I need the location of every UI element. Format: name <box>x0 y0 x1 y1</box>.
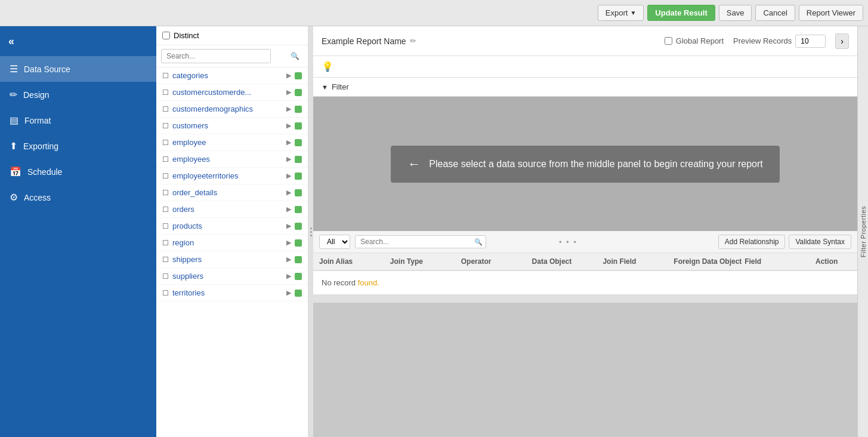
join-col-field: Field <box>745 257 816 266</box>
global-report-checkbox[interactable] <box>665 37 672 45</box>
collapse-sidebar-icon: « <box>8 35 14 48</box>
table-item[interactable]: ☐ customercustomerde... ▶ <box>156 84 308 101</box>
message-text: Please select a data source from the mid… <box>429 159 762 170</box>
resize-handle[interactable] <box>308 26 313 437</box>
schedule-icon: 📅 <box>10 166 21 177</box>
validate-syntax-button[interactable]: Validate Syntax <box>789 235 851 249</box>
table-icon: ☐ <box>162 222 169 230</box>
table-name: territories <box>172 288 283 297</box>
distinct-row: Distinct <box>156 26 308 45</box>
table-status-indicator <box>295 139 302 146</box>
table-item[interactable]: ☐ customers ▶ <box>156 118 308 134</box>
sidebar-item-design[interactable]: ✏ Design <box>0 82 156 107</box>
join-toolbar: All 🔍 • • • Add Relationship Validate Sy… <box>313 231 857 253</box>
table-item[interactable]: ☐ products ▶ <box>156 218 308 235</box>
edit-report-name-icon[interactable]: ✏ <box>410 36 416 45</box>
table-expand-icon: ▶ <box>286 72 291 79</box>
resize-dot-3 <box>310 235 312 236</box>
join-search-input[interactable] <box>355 235 486 248</box>
dots-separator: • • • <box>559 238 577 247</box>
report-name-wrap: Example Report Name ✏ <box>322 36 416 46</box>
sidebar-item-schedule[interactable]: 📅 Schedule <box>0 159 156 184</box>
table-item[interactable]: ☐ region ▶ <box>156 235 308 251</box>
table-icon: ☐ <box>162 256 169 264</box>
table-icon: ☐ <box>162 88 169 97</box>
table-icon: ☐ <box>162 122 169 130</box>
join-table-header: Join Alias Join Type Operator Data Objec… <box>313 253 857 271</box>
table-status-indicator <box>295 173 302 180</box>
bottom-scrollbar[interactable] <box>313 294 857 303</box>
lightbulb-icon: 💡 <box>322 61 333 72</box>
sidebar-item-format[interactable]: ▤ Format <box>0 107 156 133</box>
join-filter-select[interactable]: All <box>319 235 350 249</box>
report-viewer-button[interactable]: Report Viewer <box>799 5 863 21</box>
table-item[interactable]: ☐ employeeterritories ▶ <box>156 168 308 184</box>
sidebar-item-label-schedule: Schedule <box>27 167 62 177</box>
save-button[interactable]: Save <box>719 5 752 21</box>
table-status-indicator <box>295 122 302 130</box>
sidebar-item-label-data-source: Data Source <box>24 64 70 74</box>
table-icon: ☐ <box>162 105 169 113</box>
join-actions: Add Relationship Validate Syntax <box>718 235 851 249</box>
filter-toggle[interactable]: ▼ Filter <box>322 82 849 91</box>
toolbar: Export ▼ Update Result Save Cancel Repor… <box>0 0 868 26</box>
table-icon: ☐ <box>162 72 169 80</box>
table-item[interactable]: ☐ suppliers ▶ <box>156 268 308 285</box>
table-expand-icon: ▶ <box>286 272 291 280</box>
sidebar-item-label-design: Design <box>23 90 50 100</box>
table-item[interactable]: ☐ customerdemographics ▶ <box>156 101 308 118</box>
table-status-indicator <box>295 72 302 79</box>
format-icon: ▤ <box>10 115 18 126</box>
table-expand-icon: ▶ <box>286 88 291 96</box>
table-item[interactable]: ☐ employees ▶ <box>156 151 308 168</box>
table-name: products <box>172 221 283 230</box>
update-result-button[interactable]: Update Result <box>647 5 715 21</box>
table-search-input[interactable] <box>161 49 271 63</box>
arrow-left-icon: ← <box>407 156 421 172</box>
table-item[interactable]: ☐ orders ▶ <box>156 201 308 218</box>
table-name: employeeterritories <box>172 171 283 180</box>
export-button[interactable]: Export ▼ <box>598 5 644 21</box>
preview-records-select[interactable]: 10 25 50 100 <box>795 35 826 48</box>
table-name: shippers <box>172 255 283 264</box>
content-header: Example Report Name ✏ Global Report Prev… <box>313 26 857 56</box>
access-icon: ⚙ <box>10 192 18 203</box>
sidebar-item-data-source[interactable]: ☰ Data Source <box>0 56 156 82</box>
table-item[interactable]: ☐ employee ▶ <box>156 134 308 151</box>
table-expand-icon: ▶ <box>286 222 291 230</box>
global-report-wrap: Global Report <box>665 36 724 45</box>
table-status-indicator <box>295 273 302 280</box>
sidebar-item-label-exporting: Exporting <box>23 141 58 151</box>
exporting-icon: ⬆ <box>10 140 17 152</box>
table-expand-icon: ▶ <box>286 189 291 196</box>
global-report-label: Global Report <box>676 36 724 45</box>
sidebar-item-access[interactable]: ⚙ Access <box>0 184 156 210</box>
distinct-checkbox[interactable] <box>162 32 170 39</box>
middle-panel: Distinct 🔍 ☐ categories ▶ ☐ customercust… <box>156 26 308 437</box>
table-item[interactable]: ☐ categories ▶ <box>156 67 308 84</box>
sidebar-item-label-format: Format <box>24 116 51 125</box>
table-name: order_details <box>172 188 283 197</box>
filter-chevron-icon: ▼ <box>322 84 328 91</box>
add-relationship-button[interactable]: Add Relationship <box>718 235 786 249</box>
table-item[interactable]: ☐ territories ▶ <box>156 285 308 301</box>
table-item[interactable]: ☐ order_details ▶ <box>156 184 308 201</box>
sidebar-item-exporting[interactable]: ⬆ Exporting <box>0 133 156 159</box>
table-icon: ☐ <box>162 205 169 214</box>
collapse-panel-button[interactable]: › <box>835 33 849 49</box>
table-item[interactable]: ☐ shippers ▶ <box>156 251 308 268</box>
sidebar-toggle[interactable]: « <box>0 26 156 56</box>
distinct-label: Distinct <box>174 31 199 40</box>
join-col-action: Action <box>816 257 851 266</box>
table-icon: ☐ <box>162 139 169 147</box>
cancel-button[interactable]: Cancel <box>755 5 795 21</box>
search-row: 🔍 <box>156 45 308 67</box>
table-expand-icon: ▶ <box>286 205 291 213</box>
table-status-indicator <box>295 106 302 113</box>
table-icon: ☐ <box>162 272 169 281</box>
table-name: employees <box>172 155 283 164</box>
report-name-text: Example Report Name <box>322 36 406 46</box>
filter-properties-tab[interactable]: Filter Properties <box>857 26 868 437</box>
join-col-foreign-data-object: Foreign Data Object <box>674 257 745 266</box>
table-expand-icon: ▶ <box>286 105 291 113</box>
